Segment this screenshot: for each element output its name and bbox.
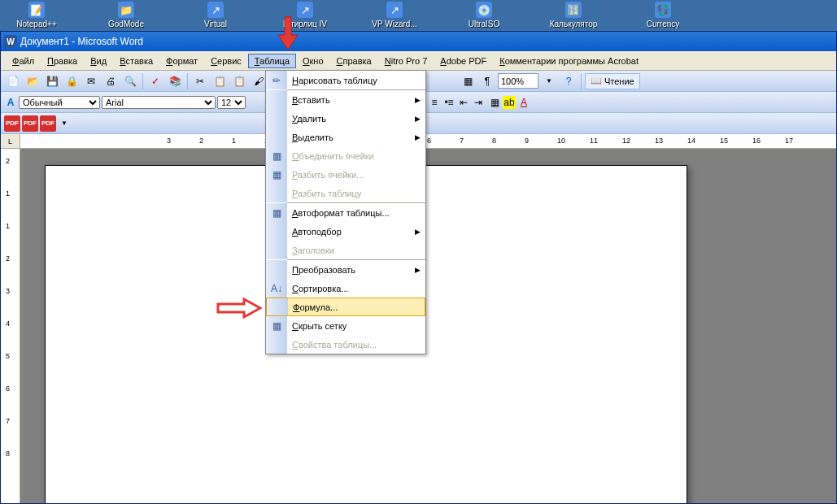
font-size-combobox[interactable]: 12 (217, 96, 246, 109)
submenu-arrow-icon: ▶ (415, 228, 421, 236)
desktop-icon-4[interactable]: ↗VP Wizard... (366, 2, 423, 28)
zoom-combobox[interactable] (498, 73, 538, 89)
menu-таблица[interactable]: Таблица (248, 54, 296, 68)
paste-button[interactable]: 📋 (230, 72, 248, 90)
ruler-h-tick: 10 (557, 137, 565, 145)
print-button[interactable]: 🖨 (102, 72, 120, 90)
save-button[interactable]: 💾 (43, 72, 61, 90)
borders-button[interactable]: ▦ (488, 96, 501, 109)
menu-adobe-pdf[interactable]: Adobe PDF (434, 54, 493, 68)
permission-button[interactable]: 🔒 (63, 72, 81, 90)
numbered-list-button[interactable]: ≡ (428, 96, 441, 109)
desktop-icon-0[interactable]: 📝Notepad++ (8, 2, 65, 28)
menu-файл[interactable]: Файл (6, 54, 41, 68)
bullet-list-button[interactable]: •≡ (442, 96, 456, 109)
columns-button[interactable]: ▦ (459, 72, 477, 90)
research-button[interactable]: 📚 (166, 72, 184, 90)
desktop-glyph-icon: 📝 (28, 2, 45, 18)
desktop-icon-6[interactable]: 🔢Калькулятор (545, 2, 602, 28)
menuitem-скрыть-сетку[interactable]: ▦Скрыть сетку (266, 316, 425, 335)
desktop-icon-1[interactable]: 📁GodMode (98, 2, 155, 28)
menuitem-удалить[interactable]: Удалить▶ (266, 109, 425, 128)
ruler-h-tick: 17 (785, 137, 793, 145)
mail-button[interactable]: ✉ (82, 72, 100, 90)
menuitem-icon (266, 90, 287, 109)
ruler-v-tick: 2 (6, 254, 10, 263)
zoom-dropdown-button[interactable]: ▼ (540, 72, 558, 90)
ruler-h-tick: 2 (199, 137, 203, 145)
highlight-button[interactable]: ab (503, 96, 516, 109)
spell-check-button[interactable]: ✓ (146, 72, 164, 90)
red-arrow-down-annotation (277, 15, 299, 51)
ruler-h-tick: 6 (427, 137, 431, 145)
menuitem-нарисовать-таблицу[interactable]: ✏Нарисовать таблицу (266, 71, 425, 89)
ruler-h-tick: 13 (655, 137, 663, 145)
menuitem-icon (266, 184, 287, 202)
titlebar: W Документ1 - Microsoft Word (1, 32, 836, 51)
menubar: ФайлПравкаВидВставкаФорматСервисТаблицаО… (1, 51, 836, 71)
submenu-arrow-icon: ▶ (415, 133, 421, 141)
desktop-icons-row: 📝Notepad++📁GodMode↗Virtual↗Штирлиц IV↗VP… (0, 0, 837, 31)
pdf-export-3-button[interactable]: PDF (40, 115, 56, 132)
menuitem-автоподбор[interactable]: Автоподбор▶ (266, 222, 425, 241)
ruler-h-tick: 15 (720, 137, 728, 145)
menuitem-label: Нарисовать таблицу (287, 76, 425, 85)
menuitem-label: Вставить (287, 95, 425, 105)
desktop-glyph-icon: 💱 (655, 2, 671, 18)
help-button[interactable]: ? (560, 72, 578, 90)
menuitem-вставить[interactable]: Вставить▶ (266, 90, 425, 109)
pdf-export-1-button[interactable]: PDF (4, 115, 20, 132)
menu-вставка[interactable]: Вставка (113, 54, 159, 68)
ruler-v-tick: 3 (6, 287, 10, 295)
desktop-icon-5[interactable]: 💿UltraISO (456, 2, 512, 28)
ruler-v-tick: 1 (6, 189, 10, 198)
print-preview-button[interactable]: 🔍 (121, 72, 139, 90)
ruler-h-tick: 11 (590, 137, 598, 145)
menuitem-label: Удалить (287, 114, 425, 124)
menuitem-icon: ▦ (266, 146, 287, 165)
window-title: Документ1 - Microsoft Word (20, 36, 143, 47)
red-arrow-right-annotation (216, 298, 262, 319)
decrease-indent-button[interactable]: ⇤ (457, 96, 470, 109)
menuitem-преобразовать[interactable]: Преобразовать▶ (266, 260, 425, 279)
menu-правка[interactable]: Правка (41, 54, 84, 68)
menuitem-label: Преобразовать (287, 265, 425, 275)
ruler-v-tick: 6 (6, 385, 10, 393)
desktop-icon-7[interactable]: 💱Currency (634, 2, 691, 28)
style-combobox[interactable]: Обычный (19, 96, 100, 109)
menuitem-label: Автоформат таблицы... (287, 208, 425, 218)
pdf-more-button[interactable]: ▼ (58, 117, 71, 130)
menu-окно[interactable]: Окно (296, 54, 330, 68)
menu-вид[interactable]: Вид (84, 54, 113, 68)
page-scroll-area[interactable] (20, 149, 836, 503)
cut-button[interactable]: ✂ (191, 72, 209, 90)
pdf-export-2-button[interactable]: PDF (22, 115, 38, 132)
ruler-h-tick: 16 (752, 137, 761, 145)
ruler-v-tick: 5 (6, 352, 10, 360)
menuitem-разбить-ячейки: ▦Разбить ячейки... (266, 165, 425, 184)
menu-формат[interactable]: Формат (159, 54, 204, 68)
menuitem-label: Объединить ячейки (287, 151, 425, 161)
menu-сервис[interactable]: Сервис (204, 54, 248, 68)
new-doc-button[interactable]: 📄 (4, 72, 22, 90)
font-color-button[interactable]: A (517, 96, 530, 109)
increase-indent-button[interactable]: ⇥ (472, 96, 485, 109)
menuitem-формула[interactable]: Формула... (266, 298, 425, 316)
show-marks-button[interactable]: ¶ (478, 72, 496, 90)
open-button[interactable]: 📂 (24, 72, 41, 90)
desktop-icon-label: Калькулятор (550, 20, 598, 28)
menuitem-выделить[interactable]: Выделить▶ (266, 128, 425, 146)
desktop-icon-label: Currency (647, 20, 680, 28)
desktop-icon-2[interactable]: ↗Virtual (187, 2, 244, 28)
menu-справка[interactable]: Справка (330, 54, 378, 68)
menuitem-сортировка[interactable]: A↓Сортировка... (266, 279, 425, 298)
menu-комментарии-программы-acrobat[interactable]: Комментарии программы Acrobat (493, 54, 645, 68)
menuitem-автоформат-таблицы[interactable]: ▦Автоформат таблицы... (266, 203, 425, 222)
menu-nitro-pro-7[interactable]: Nitro Pro 7 (378, 54, 434, 68)
desktop-glyph-icon: ↗ (297, 2, 313, 18)
font-combobox[interactable]: Arial (102, 96, 216, 109)
styles-pane-button[interactable]: A (4, 96, 17, 109)
reading-mode-button[interactable]: 📖Чтение (585, 73, 640, 89)
copy-button[interactable]: 📋 (211, 72, 229, 90)
ruler-v-tick: 7 (6, 417, 10, 425)
